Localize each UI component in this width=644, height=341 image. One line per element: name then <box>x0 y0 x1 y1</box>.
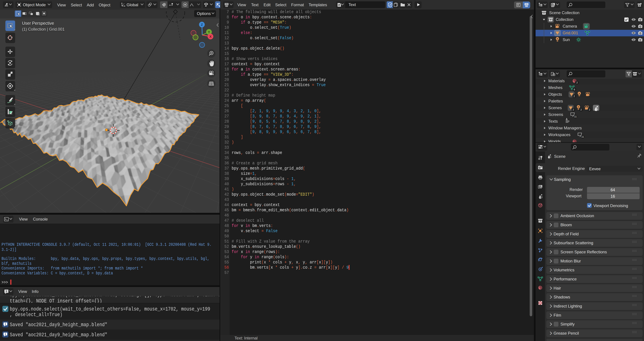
svg-text:Collection: Collection <box>556 17 574 22</box>
svg-text:Sun: Sun <box>563 37 570 42</box>
svg-text:2: 2 <box>574 95 575 98</box>
svg-text:Window Managers: Window Managers <box>548 126 582 130</box>
svg-text:Scenes: Scenes <box>548 106 562 110</box>
svg-text:6: 6 <box>574 88 575 91</box>
svg-text:X: X <box>210 35 212 38</box>
svg-text:Camera: Camera <box>563 24 577 29</box>
svg-text:11: 11 <box>574 115 577 118</box>
svg-text:Workspaces: Workspaces <box>548 132 570 137</box>
svg-text:11: 11 <box>581 135 584 138</box>
svg-text:2: 2 <box>576 81 578 84</box>
svg-text:Scene Collection: Scene Collection <box>549 11 580 15</box>
svg-text:Palettes: Palettes <box>548 99 563 103</box>
svg-text:Y: Y <box>208 30 210 34</box>
svg-text:2: 2 <box>589 108 590 111</box>
svg-text:Meshes: Meshes <box>548 85 562 90</box>
svg-text:2: 2 <box>580 108 582 111</box>
svg-text:Materials: Materials <box>548 79 565 83</box>
svg-text:Texts: Texts <box>548 119 558 124</box>
svg-text:Screens: Screens <box>548 112 563 117</box>
svg-text:2: 2 <box>573 108 574 111</box>
svg-text:Z: Z <box>201 23 203 27</box>
svg-text:Worlds: Worlds <box>548 139 561 142</box>
svg-text:Sampling: Sampling <box>554 177 571 182</box>
svg-text:Objects: Objects <box>548 92 562 97</box>
svg-text:Grid.001: Grid.001 <box>563 31 578 35</box>
